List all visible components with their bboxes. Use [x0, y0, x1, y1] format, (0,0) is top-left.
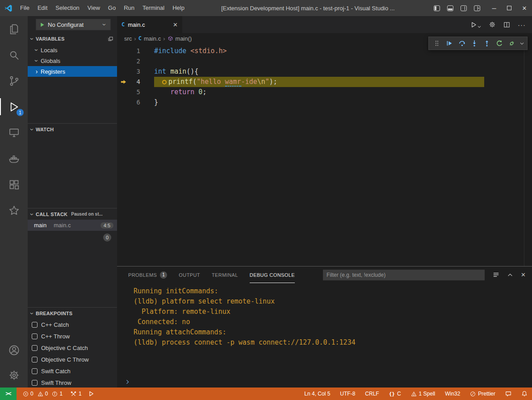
line-number[interactable]: 6 [117, 97, 140, 108]
breakpoint-row[interactable]: C++ Throw [28, 330, 117, 342]
debug-status[interactable] [88, 391, 94, 397]
debug-console[interactable]: Running initCommands:(lldb) platform sel… [117, 283, 532, 376]
breakpoint-row[interactable]: Objective C Throw [28, 354, 117, 365]
watch-section-header[interactable]: › WATCH [28, 123, 117, 135]
gear-icon[interactable] [489, 21, 496, 28]
toolbar-drag-grip[interactable] [431, 38, 443, 49]
code-line-5[interactable]: 5 return 0; [117, 87, 532, 97]
more-actions-icon[interactable]: ··· [518, 21, 526, 29]
variables-scope-globals[interactable]: ›Globals [28, 55, 117, 66]
maximize-button[interactable] [502, 0, 517, 16]
menu-edit[interactable]: Edit [34, 0, 51, 16]
settings-button[interactable] [0, 362, 28, 388]
line-number[interactable]: 3 [117, 67, 140, 77]
code-line-6[interactable]: 6} [117, 97, 532, 108]
checkbox[interactable] [32, 322, 38, 328]
code-editor[interactable]: 1#include <stdio.h>23int main(){4 printf… [117, 44, 532, 266]
customize-layout-icon[interactable] [474, 5, 480, 11]
filter-input[interactable]: Filter (e.g. text, !exclude) [323, 270, 485, 280]
debug-console-input[interactable] [117, 376, 532, 388]
menu-selection[interactable]: Selection [51, 0, 83, 16]
panel-tab-problems[interactable]: PROBLEMS1 [128, 267, 167, 283]
menu-go[interactable]: Go [104, 0, 120, 16]
split-editor-icon[interactable] [503, 21, 510, 28]
menu-file[interactable]: File [16, 0, 34, 16]
disconnect-button[interactable] [506, 38, 518, 49]
checkbox[interactable] [32, 345, 38, 351]
close-panel-icon[interactable]: ✕ [521, 271, 526, 278]
close-tab-icon[interactable]: ✕ [173, 21, 178, 28]
run-file-button[interactable] [470, 21, 481, 28]
breadcrumb-folder[interactable]: src [124, 35, 132, 42]
problems-status[interactable]: 0 0 1 [23, 391, 64, 397]
sidebar-item-docker[interactable] [0, 146, 28, 171]
start-debug-icon[interactable] [39, 22, 45, 28]
line-number[interactable]: 2 [117, 56, 140, 67]
step-into-button[interactable] [469, 38, 480, 49]
debug-session-dropdown[interactable] [519, 38, 525, 49]
remote-indicator[interactable]: >< [0, 388, 17, 400]
close-button[interactable]: ✕ [517, 0, 532, 16]
continue-button[interactable] [444, 38, 455, 49]
breakpoint-row[interactable]: Objective C Catch [28, 342, 117, 354]
variables-scope-registers[interactable]: ›Registers [28, 66, 117, 77]
sidebar-item-remote-explorer[interactable] [0, 120, 28, 146]
code-line-4[interactable]: 4 printf("hello wamr-ide\n"); [117, 77, 532, 87]
step-over-button[interactable] [456, 38, 468, 49]
breadcrumb-file[interactable]: main.c [144, 35, 161, 42]
call-stack-frame[interactable]: main main.c 4:5 [28, 220, 117, 231]
sidebar-item-explorer[interactable] [0, 16, 28, 42]
sidebar-item-star[interactable] [0, 197, 28, 223]
breakpoint-row[interactable]: Swift Throw [28, 377, 117, 388]
variables-section-header[interactable]: › VARIABLES [28, 33, 117, 45]
toggle-secondary-sidebar-icon[interactable] [461, 5, 467, 11]
panel-tab-terminal[interactable]: TERMINAL [212, 267, 238, 283]
notifications-button[interactable] [521, 391, 528, 397]
breakpoint-row[interactable]: C++ Catch [28, 319, 117, 330]
debug-config-dropdown[interactable]: No Configurat › [36, 19, 111, 30]
tools-status[interactable]: 1 [71, 391, 82, 397]
sidebar-item-source-control[interactable] [0, 68, 28, 94]
panel-tab-debug-console[interactable]: DEBUG CONSOLE [250, 267, 295, 283]
line-number[interactable]: 1 [117, 46, 140, 56]
menu-view[interactable]: View [84, 0, 104, 16]
accounts-button[interactable] [0, 338, 28, 362]
call-stack-section-header[interactable]: › CALL STACK Paused on st... [28, 208, 117, 220]
sidebar-item-search[interactable] [0, 42, 28, 68]
toggle-panel-icon[interactable] [447, 5, 453, 11]
inline-breakpoint-icon[interactable] [162, 80, 167, 84]
copy-icon[interactable] [108, 36, 113, 42]
checkbox[interactable] [32, 333, 38, 339]
toggle-sidebar-icon[interactable] [434, 5, 440, 11]
checkbox[interactable] [32, 368, 38, 374]
language-mode[interactable]: {} C [389, 391, 401, 397]
menu-terminal[interactable]: Terminal [138, 0, 168, 16]
menu-run[interactable]: Run [120, 0, 138, 16]
tab-main-c[interactable]: C main.c ✕ [117, 16, 182, 33]
cursor-position[interactable]: Ln 4, Col 5 [304, 391, 330, 397]
sidebar-item-run-and-debug[interactable]: 1 [0, 94, 28, 120]
maximize-panel-icon[interactable] [507, 272, 513, 278]
breakpoints-section-header[interactable]: › BREAKPOINTS [28, 307, 117, 319]
feedback-button[interactable] [505, 391, 511, 397]
encoding-indicator[interactable]: UTF-8 [340, 391, 355, 397]
restart-button[interactable] [494, 38, 505, 49]
line-number[interactable]: 5 [117, 87, 140, 97]
sidebar-item-extensions[interactable] [0, 171, 28, 197]
platform-indicator[interactable]: Win32 [445, 391, 460, 397]
code-line-2[interactable]: 2 [117, 56, 532, 67]
panel-tab-output[interactable]: OUTPUT [179, 267, 200, 283]
eol-indicator[interactable]: CRLF [365, 391, 379, 397]
output-filter-icon[interactable] [493, 271, 499, 278]
menu-help[interactable]: Help [168, 0, 189, 16]
checkbox[interactable] [32, 380, 38, 386]
breakpoint-row[interactable]: Swift Catch [28, 365, 117, 377]
code-line-3[interactable]: 3int main(){ [117, 67, 532, 77]
formatter-status[interactable]: Prettier [470, 391, 495, 397]
minimize-button[interactable]: ─ [486, 0, 502, 16]
spell-checker-status[interactable]: 1 Spell [411, 391, 436, 397]
variables-scope-locals[interactable]: ›Locals [28, 45, 117, 55]
breadcrumb-symbol[interactable]: main() [176, 35, 192, 42]
step-out-button[interactable] [481, 38, 493, 49]
checkbox[interactable] [32, 357, 38, 362]
